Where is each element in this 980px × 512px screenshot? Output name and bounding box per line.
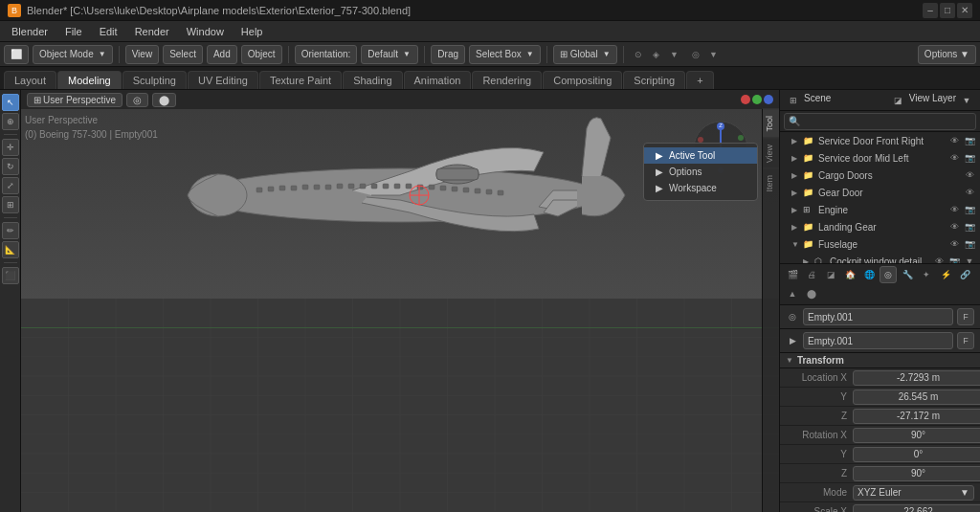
transform-tool[interactable]: ⊞: [2, 196, 19, 213]
location-y-input[interactable]: [853, 390, 980, 405]
tree-item-engine[interactable]: ▶ ⊞ Engine 👁 📷: [780, 201, 980, 218]
cursor-tool[interactable]: ⊕: [2, 113, 19, 130]
add-cube-tool[interactable]: ⬛: [2, 267, 19, 284]
render-icon[interactable]: 📷: [963, 134, 976, 147]
menu-window[interactable]: Window: [179, 24, 232, 39]
props-tab-world[interactable]: 🌐: [860, 266, 878, 283]
tab-scripting[interactable]: Scripting: [623, 71, 685, 89]
props-tab-modifier[interactable]: 🔧: [899, 266, 916, 283]
tree-item-fuselage[interactable]: ▼ 📁 Fuselage 👁 📷: [780, 235, 980, 253]
filter-btn[interactable]: ▼: [959, 93, 974, 108]
options-item[interactable]: ▶ Options: [644, 164, 757, 180]
object-menu[interactable]: Object: [241, 45, 282, 64]
tab-modeling[interactable]: Modeling: [57, 71, 122, 89]
proportional-options[interactable]: ▼: [705, 46, 723, 63]
tab-uv-editing[interactable]: UV Editing: [188, 71, 258, 89]
sub-object-name-input[interactable]: [803, 332, 953, 349]
mode-selector[interactable]: Object Mode ▼: [33, 45, 113, 64]
add-menu[interactable]: Add: [207, 45, 237, 64]
transform-selector[interactable]: ⊞ Global ▼: [553, 45, 617, 64]
rotation-z-input[interactable]: [853, 466, 980, 481]
measure-tool[interactable]: 📐: [2, 241, 19, 258]
options-button[interactable]: Options ▼: [918, 45, 976, 64]
rotate-tool[interactable]: ↻: [2, 158, 19, 175]
workspace-item[interactable]: ▶ Workspace: [644, 180, 757, 196]
x-axis-color[interactable]: [741, 95, 750, 104]
snap-toggle[interactable]: ⊙: [630, 46, 647, 63]
render-icon[interactable]: 📷: [947, 255, 961, 263]
props-tab-scene[interactable]: 🏠: [841, 266, 858, 283]
select-menu[interactable]: Select: [163, 45, 203, 64]
sub-fake-user-btn[interactable]: F: [957, 332, 974, 349]
view-menu[interactable]: View: [125, 45, 160, 64]
select-mode-selector[interactable]: Select Box ▼: [469, 45, 541, 64]
tab-shading[interactable]: Shading: [343, 71, 402, 89]
tab-texture-paint[interactable]: Texture Paint: [259, 71, 342, 89]
props-tab-data[interactable]: ▲: [784, 285, 801, 302]
snap-magnet[interactable]: ◈: [648, 46, 665, 63]
annotate-tool[interactable]: ✏: [2, 222, 19, 239]
viewport-3d[interactable]: ⊞ User Perspective ◎ ⬤ User Perspective …: [21, 90, 779, 512]
eye-icon[interactable]: 👁: [947, 151, 961, 165]
eye-icon[interactable]: 👁: [947, 203, 961, 216]
active-tool-item[interactable]: ▶ Active Tool: [644, 147, 757, 164]
props-tab-constraints[interactable]: 🔗: [956, 266, 973, 283]
object-name-input[interactable]: [803, 308, 953, 325]
menu-blender[interactable]: Blender: [4, 24, 56, 39]
orientation-selector[interactable]: Default ▼: [361, 45, 418, 64]
proportional-edit[interactable]: ◎: [687, 46, 704, 63]
eye-icon[interactable]: 👁: [932, 255, 946, 263]
rotation-x-input[interactable]: [853, 428, 980, 443]
render-icon[interactable]: 📷: [963, 220, 976, 234]
props-tab-object[interactable]: ◎: [880, 266, 897, 283]
location-x-input[interactable]: [853, 370, 980, 386]
props-tab-render[interactable]: 🎬: [784, 266, 801, 283]
tab-animation[interactable]: Animation: [404, 71, 472, 89]
item-tab[interactable]: Item: [763, 168, 779, 198]
tab-layout[interactable]: Layout: [4, 71, 56, 89]
rotation-mode-dropdown[interactable]: XYZ Euler ▼: [853, 485, 974, 501]
props-tab-view-layer[interactable]: ◪: [822, 266, 839, 283]
snap-options[interactable]: ▼: [666, 46, 683, 63]
props-tab-particles[interactable]: ✦: [918, 266, 935, 283]
tab-compositing[interactable]: Compositing: [543, 71, 622, 89]
tree-item-cockpit-window[interactable]: ▶ ⬡ Cockpit window detail 👁 📷 ▼: [780, 253, 980, 263]
move-tool[interactable]: ✛: [2, 139, 19, 156]
scale-tool[interactable]: ⤢: [2, 177, 19, 194]
eye-icon[interactable]: 👁: [947, 237, 961, 251]
tree-item-cargo-doors[interactable]: ▶ 📁 Cargo Doors 👁: [780, 167, 980, 184]
fake-user-btn[interactable]: F: [957, 308, 974, 325]
editor-type-button[interactable]: ⬜: [4, 45, 29, 64]
tree-item-gear-door[interactable]: ▶ 📁 Gear Door 👁: [780, 184, 980, 201]
render-icon[interactable]: 📷: [963, 237, 976, 251]
tab-rendering[interactable]: Rendering: [472, 71, 542, 89]
minimize-button[interactable]: –: [923, 3, 938, 18]
location-z-input[interactable]: [853, 409, 980, 424]
transform-section-header[interactable]: ▼ Transform: [780, 353, 980, 368]
tab-sculpting[interactable]: Sculpting: [122, 71, 187, 89]
props-tab-physics[interactable]: ⚡: [937, 266, 954, 283]
tab-add[interactable]: +: [686, 71, 713, 89]
viewport-perspective-btn[interactable]: ⊞ User Perspective: [27, 93, 122, 107]
view-layer-btn[interactable]: ◪: [891, 93, 906, 108]
viewport-overlay-btn[interactable]: ◎: [126, 93, 148, 107]
scene-icon-btn[interactable]: ⊞: [786, 93, 801, 108]
render-icon[interactable]: 📷: [963, 203, 976, 216]
menu-render[interactable]: Render: [127, 24, 177, 39]
maximize-button[interactable]: □: [940, 3, 955, 18]
tree-item-landing-gear[interactable]: ▶ 📁 Landing Gear 👁 📷: [780, 218, 980, 235]
menu-file[interactable]: File: [57, 24, 90, 39]
select-tool[interactable]: ↖: [2, 94, 19, 111]
y-axis-color[interactable]: [752, 95, 762, 104]
menu-help[interactable]: Help: [234, 24, 271, 39]
close-button[interactable]: ✕: [957, 3, 972, 18]
view-tab[interactable]: View: [763, 138, 779, 168]
filter-icon[interactable]: ▼: [963, 255, 976, 263]
rotation-y-input[interactable]: [853, 447, 980, 462]
outliner-search-input[interactable]: [784, 113, 976, 130]
tree-item-service-door-front[interactable]: ▶ 📁 Service Door Front Right 👁 📷: [780, 132, 980, 149]
viewport-shading-btn[interactable]: ⬤: [152, 93, 176, 107]
render-icon[interactable]: 📷: [963, 151, 976, 165]
props-tab-output[interactable]: 🖨: [803, 266, 820, 283]
tool-tab[interactable]: Tool: [763, 109, 779, 138]
